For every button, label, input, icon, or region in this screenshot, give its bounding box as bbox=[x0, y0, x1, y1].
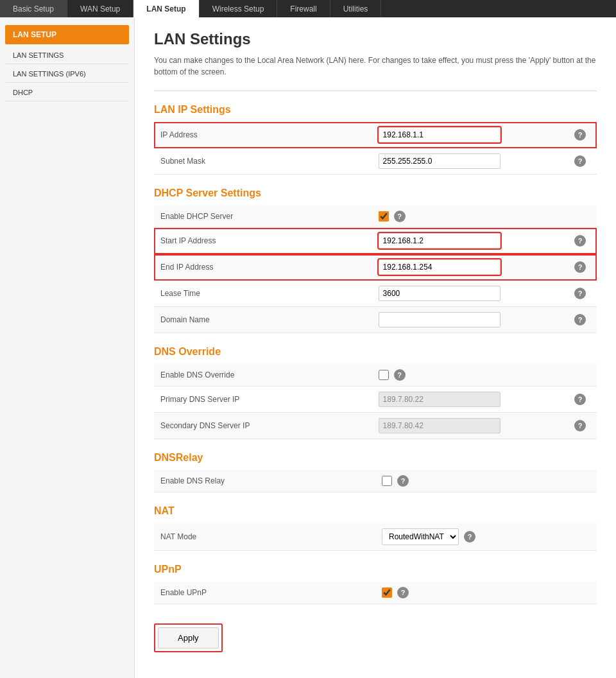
checkbox-enable-dns-override[interactable] bbox=[379, 370, 389, 380]
tab-utilities[interactable]: Utilities bbox=[330, 0, 382, 17]
apply-button[interactable]: Apply bbox=[158, 627, 219, 648]
help-subnet-mask: ? bbox=[563, 148, 597, 175]
section-title-upnp: UPnP bbox=[154, 564, 597, 575]
help-start-ip: ? bbox=[563, 228, 597, 254]
select-nat-mode[interactable]: RoutedWithNAT Routed None bbox=[382, 528, 459, 545]
label-start-ip: Start IP Address bbox=[154, 228, 372, 254]
tab-firewall[interactable]: Firewall bbox=[277, 0, 330, 17]
input-subnet-mask[interactable] bbox=[379, 153, 501, 169]
value-nat-mode: RoutedWithNAT Routed None ? bbox=[375, 523, 570, 551]
help-enable-dns-override-cell bbox=[563, 364, 597, 387]
label-domain-name: Domain Name bbox=[154, 307, 372, 333]
value-domain-name bbox=[372, 307, 564, 333]
input-lease-time[interactable] bbox=[379, 286, 501, 301]
dns-relay-table: Enable DNS Relay ? bbox=[154, 470, 597, 492]
table-row-primary-dns: Primary DNS Server IP ? bbox=[154, 387, 597, 413]
tab-basic-setup[interactable]: Basic Setup bbox=[0, 0, 67, 17]
help-domain-name: ? bbox=[563, 307, 597, 333]
value-lease-time bbox=[372, 281, 564, 307]
label-ip-address: IP Address bbox=[154, 122, 372, 148]
input-primary-dns[interactable] bbox=[379, 392, 501, 407]
help-enable-dhcp-cell bbox=[563, 205, 597, 228]
help-icon-end-ip[interactable]: ? bbox=[574, 261, 586, 273]
input-start-ip[interactable] bbox=[379, 233, 501, 248]
help-icon-subnet-mask[interactable]: ? bbox=[574, 155, 586, 167]
label-enable-dns-override: Enable DNS Override bbox=[154, 364, 372, 387]
section-title-lan-ip: LAN IP Settings bbox=[154, 104, 597, 116]
sidebar-item-dhcp[interactable]: DHCP bbox=[5, 84, 129, 101]
sidebar-item-lan-settings[interactable]: LAN SETTINGS bbox=[5, 47, 129, 64]
section-title-dns-relay: DNSRelay bbox=[154, 452, 597, 464]
checkbox-enable-upnp[interactable] bbox=[382, 587, 392, 598]
input-domain-name[interactable] bbox=[379, 312, 501, 327]
dns-override-table: Enable DNS Override ? Primary DNS Server… bbox=[154, 364, 597, 439]
checkbox-enable-dns-relay[interactable] bbox=[382, 476, 392, 486]
sidebar: LAN SETUP LAN SETTINGS LAN SETTINGS (IPV… bbox=[0, 17, 135, 678]
label-subnet-mask: Subnet Mask bbox=[154, 148, 372, 175]
label-primary-dns: Primary DNS Server IP bbox=[154, 387, 372, 413]
table-row-enable-upnp: Enable UPnP ? bbox=[154, 582, 597, 604]
apply-button-wrapper: Apply bbox=[154, 623, 223, 652]
help-icon-enable-dhcp[interactable]: ? bbox=[394, 211, 406, 222]
dhcp-table: Enable DHCP Server ? Start IP Address bbox=[154, 205, 597, 333]
value-end-ip bbox=[372, 254, 564, 281]
nat-table: NAT Mode RoutedWithNAT Routed None ? bbox=[154, 523, 597, 551]
table-row-ip-address: IP Address ? bbox=[154, 122, 597, 148]
content-area: LAN Settings You can make changes to the… bbox=[135, 17, 616, 678]
value-primary-dns bbox=[372, 387, 564, 413]
help-icon-enable-upnp[interactable]: ? bbox=[397, 587, 409, 598]
help-icon-domain-name[interactable]: ? bbox=[574, 314, 586, 326]
value-enable-dns-relay: ? bbox=[375, 470, 570, 492]
value-enable-dhcp: ? bbox=[372, 205, 564, 228]
help-icon-lease-time[interactable]: ? bbox=[574, 288, 586, 299]
input-end-ip[interactable] bbox=[379, 259, 501, 275]
label-secondary-dns: Secondary DNS Server IP bbox=[154, 413, 372, 439]
upnp-table: Enable UPnP ? bbox=[154, 582, 597, 604]
value-enable-dns-override: ? bbox=[372, 364, 564, 387]
input-secondary-dns[interactable] bbox=[379, 418, 501, 433]
label-lease-time: Lease Time bbox=[154, 281, 372, 307]
help-icon-enable-dns-override[interactable]: ? bbox=[394, 369, 406, 381]
table-row-nat-mode: NAT Mode RoutedWithNAT Routed None ? bbox=[154, 523, 597, 551]
table-row-start-ip: Start IP Address ? bbox=[154, 228, 597, 254]
label-enable-dns-relay: Enable DNS Relay bbox=[154, 470, 375, 492]
top-nav: Basic Setup WAN Setup LAN Setup Wireless… bbox=[0, 0, 616, 17]
help-icon-start-ip[interactable]: ? bbox=[574, 235, 586, 247]
help-enable-dns-relay-cell bbox=[570, 470, 597, 492]
tab-lan-setup[interactable]: LAN Setup bbox=[133, 0, 199, 17]
help-icon-ip-address[interactable]: ? bbox=[574, 129, 586, 141]
section-title-nat: NAT bbox=[154, 505, 597, 517]
help-primary-dns: ? bbox=[563, 387, 597, 413]
label-enable-upnp: Enable UPnP bbox=[154, 582, 375, 604]
table-row-subnet-mask: Subnet Mask ? bbox=[154, 148, 597, 175]
page-title: LAN Settings bbox=[154, 30, 597, 48]
help-lease-time: ? bbox=[563, 281, 597, 307]
input-ip-address[interactable] bbox=[379, 127, 501, 143]
help-secondary-dns: ? bbox=[563, 413, 597, 439]
label-enable-dhcp: Enable DHCP Server bbox=[154, 205, 372, 228]
table-row-enable-dns-relay: Enable DNS Relay ? bbox=[154, 470, 597, 492]
table-row-domain-name: Domain Name ? bbox=[154, 307, 597, 333]
value-secondary-dns bbox=[372, 413, 564, 439]
sidebar-header: LAN SETUP bbox=[5, 25, 129, 44]
lan-ip-table: IP Address ? Subnet Mask ? bbox=[154, 122, 597, 175]
value-start-ip bbox=[372, 228, 564, 254]
sidebar-item-lan-settings-ipv6[interactable]: LAN SETTINGS (IPV6) bbox=[5, 65, 129, 83]
help-nat-mode-cell bbox=[570, 523, 597, 551]
section-title-dhcp: DHCP Server Settings bbox=[154, 187, 597, 199]
help-icon-primary-dns[interactable]: ? bbox=[574, 394, 586, 405]
help-icon-nat-mode[interactable]: ? bbox=[464, 531, 475, 543]
value-ip-address bbox=[372, 122, 564, 148]
table-row-secondary-dns: Secondary DNS Server IP ? bbox=[154, 413, 597, 439]
main-layout: LAN SETUP LAN SETTINGS LAN SETTINGS (IPV… bbox=[0, 17, 616, 678]
help-icon-secondary-dns[interactable]: ? bbox=[574, 420, 586, 431]
table-row-enable-dns-override: Enable DNS Override ? bbox=[154, 364, 597, 387]
tab-wireless-setup[interactable]: Wireless Setup bbox=[200, 0, 278, 17]
help-icon-enable-dns-relay[interactable]: ? bbox=[397, 475, 409, 487]
table-row-enable-dhcp: Enable DHCP Server ? bbox=[154, 205, 597, 228]
label-nat-mode: NAT Mode bbox=[154, 523, 375, 551]
checkbox-enable-dhcp[interactable] bbox=[379, 211, 389, 222]
help-end-ip: ? bbox=[563, 254, 597, 281]
tab-wan-setup[interactable]: WAN Setup bbox=[67, 0, 133, 17]
help-enable-upnp-cell bbox=[570, 582, 597, 604]
